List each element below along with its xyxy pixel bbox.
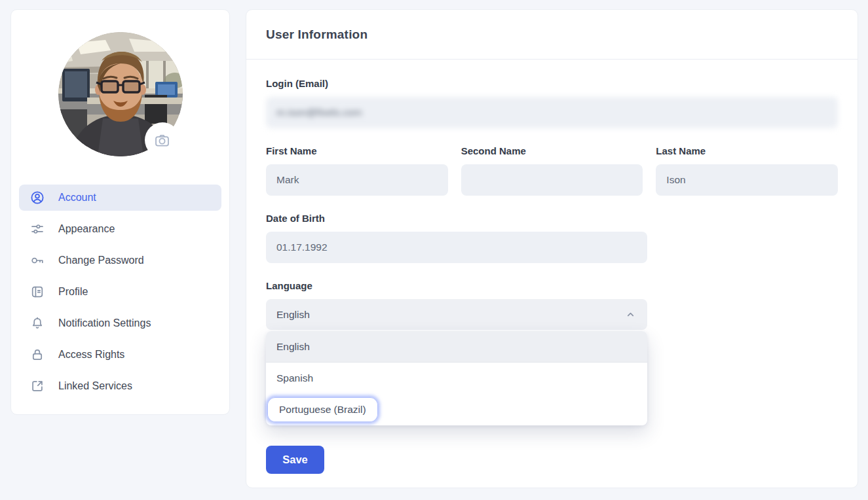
- name-fields-row: First Name Second Name Last Name: [266, 145, 838, 196]
- card-header: User Information: [246, 10, 858, 60]
- language-field-group: Language English English Spanish Portugu…: [266, 280, 838, 425]
- sidebar-item-label: Notification Settings: [58, 317, 151, 329]
- language-dropdown: English Spanish Portuguese (Brazil): [266, 331, 647, 425]
- dob-field-group: Date of Birth: [266, 213, 838, 263]
- page-title: User Information: [266, 27, 368, 42]
- user-circle-icon: [29, 190, 45, 205]
- first-name-input[interactable]: [266, 164, 448, 196]
- sidebar-item-account[interactable]: Account: [19, 185, 221, 211]
- lock-icon: [29, 347, 45, 363]
- sidebar-item-label: Change Password: [58, 255, 144, 266]
- key-icon: [29, 253, 45, 268]
- login-field-group: Login (Email): [266, 78, 838, 128]
- language-select-value: English: [276, 309, 310, 321]
- language-option-english[interactable]: English: [266, 331, 647, 363]
- option-label: Spanish: [276, 372, 313, 384]
- avatar: [58, 32, 183, 156]
- language-label: Language: [266, 280, 838, 291]
- second-name-input[interactable]: [461, 164, 643, 196]
- language-select[interactable]: English: [266, 299, 647, 330]
- last-name-label: Last Name: [656, 145, 838, 156]
- last-name-input[interactable]: [656, 164, 838, 196]
- chevron-up-icon: [626, 310, 635, 319]
- sidebar-item-label: Account: [58, 192, 96, 204]
- save-button[interactable]: Save: [266, 446, 324, 474]
- first-name-label: First Name: [266, 145, 448, 156]
- last-name-field-group: Last Name: [656, 145, 838, 196]
- sliders-icon: [29, 221, 45, 237]
- sidebar-item-profile[interactable]: Profile: [19, 279, 221, 305]
- second-name-label: Second Name: [461, 145, 643, 156]
- sidebar-item-change-password[interactable]: Change Password: [19, 247, 221, 274]
- id-card-icon: [29, 284, 45, 300]
- login-email-input[interactable]: [266, 97, 838, 128]
- sidebar-item-label: Appearance: [58, 223, 115, 235]
- bell-icon: [29, 315, 45, 331]
- sidebar-item-label: Linked Services: [58, 380, 132, 392]
- sidebar-item-appearance[interactable]: Appearance: [19, 216, 221, 242]
- date-of-birth-input[interactable]: [266, 232, 647, 263]
- dob-label: Date of Birth: [266, 213, 838, 224]
- option-label: English: [276, 341, 310, 353]
- change-photo-button[interactable]: [145, 122, 180, 158]
- sidebar-item-label: Access Rights: [58, 349, 124, 361]
- sidebar-item-notification-settings[interactable]: Notification Settings: [19, 310, 221, 336]
- user-information-form: Login (Email) First Name Second Name Las…: [246, 60, 858, 474]
- user-information-card: User Information Login (Email) First Nam…: [246, 9, 858, 488]
- sidebar-item-linked-services[interactable]: Linked Services: [19, 373, 221, 399]
- sidebar-menu: Account Appearance Change Password Profi…: [19, 185, 221, 399]
- login-label: Login (Email): [266, 78, 838, 89]
- focused-option-highlight: Portuguese (Brazil): [267, 397, 378, 422]
- language-option-spanish[interactable]: Spanish: [266, 363, 647, 394]
- sidebar-item-access-rights[interactable]: Access Rights: [19, 342, 221, 368]
- language-option-portuguese-brazil[interactable]: Portuguese (Brazil): [266, 394, 647, 425]
- sidebar-card: Account Appearance Change Password Profi…: [10, 9, 230, 415]
- first-name-field-group: First Name: [266, 145, 448, 196]
- external-link-icon: [29, 378, 45, 394]
- second-name-field-group: Second Name: [461, 145, 643, 196]
- camera-icon: [153, 132, 171, 149]
- sidebar-item-label: Profile: [58, 286, 88, 298]
